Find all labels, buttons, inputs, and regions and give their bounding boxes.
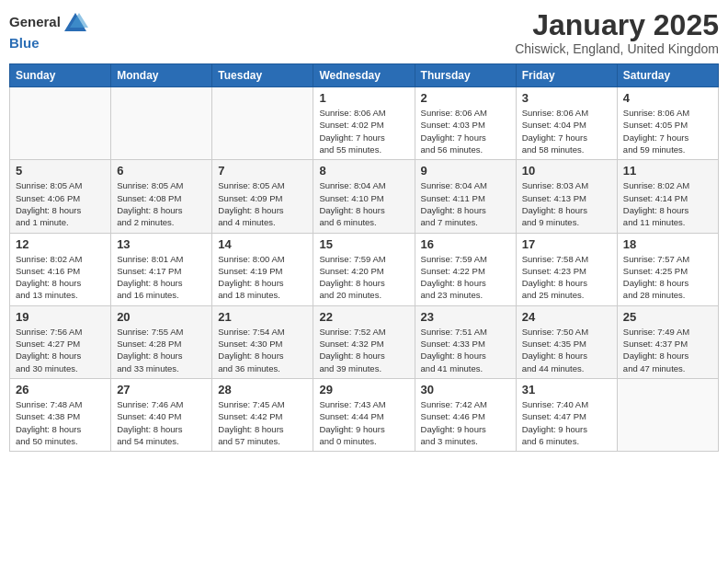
day-number: 16 [421,237,510,251]
day-info: Sunrise: 7:58 AM Sunset: 4:23 PM Dayligh… [522,253,611,302]
calendar-cell: 2Sunrise: 8:06 AM Sunset: 4:03 PM Daylig… [415,87,516,160]
calendar-cell: 14Sunrise: 8:00 AM Sunset: 4:19 PM Dayli… [212,233,313,305]
day-number: 13 [117,237,206,251]
calendar-cell: 9Sunrise: 8:04 AM Sunset: 4:11 PM Daylig… [415,160,516,233]
calendar-cell: 6Sunrise: 8:05 AM Sunset: 4:08 PM Daylig… [111,160,212,233]
calendar-week-row: 5Sunrise: 8:05 AM Sunset: 4:06 PM Daylig… [10,160,719,233]
calendar-cell: 27Sunrise: 7:46 AM Sunset: 4:40 PM Dayli… [111,378,212,451]
day-info: Sunrise: 8:06 AM Sunset: 4:03 PM Dayligh… [421,107,510,155]
day-info: Sunrise: 7:40 AM Sunset: 4:47 PM Dayligh… [522,398,611,447]
day-info: Sunrise: 7:54 AM Sunset: 4:30 PM Dayligh… [218,326,307,374]
day-info: Sunrise: 7:48 AM Sunset: 4:38 PM Dayligh… [16,398,105,447]
calendar-cell: 13Sunrise: 8:01 AM Sunset: 4:17 PM Dayli… [111,233,212,305]
day-info: Sunrise: 7:52 AM Sunset: 4:32 PM Dayligh… [319,326,408,374]
day-info: Sunrise: 7:42 AM Sunset: 4:46 PM Dayligh… [421,398,510,447]
day-info: Sunrise: 8:05 AM Sunset: 4:08 PM Dayligh… [117,179,206,228]
calendar-cell: 30Sunrise: 7:42 AM Sunset: 4:46 PM Dayli… [415,378,516,451]
day-number: 3 [522,91,611,105]
calendar-cell [212,87,313,160]
calendar-week-row: 19Sunrise: 7:56 AM Sunset: 4:27 PM Dayli… [10,305,719,378]
day-info: Sunrise: 8:02 AM Sunset: 4:16 PM Dayligh… [16,253,105,302]
day-info: Sunrise: 8:03 AM Sunset: 4:13 PM Dayligh… [522,179,611,228]
day-number: 12 [16,237,105,251]
day-number: 28 [218,383,307,396]
column-header-saturday: Saturday [617,64,718,87]
day-info: Sunrise: 8:04 AM Sunset: 4:11 PM Dayligh… [421,179,510,228]
title-area: January 2025 Chiswick, England, United K… [515,9,719,56]
day-number: 22 [319,310,408,324]
day-info: Sunrise: 7:59 AM Sunset: 4:20 PM Dayligh… [319,253,408,302]
day-number: 18 [623,237,712,251]
column-header-sunday: Sunday [10,64,111,87]
logo: General Blue [9,9,88,52]
column-header-wednesday: Wednesday [313,64,415,87]
column-header-friday: Friday [516,64,617,87]
logo-general-text: General [9,15,61,30]
calendar-cell: 10Sunrise: 8:03 AM Sunset: 4:13 PM Dayli… [516,160,617,233]
logo-icon [63,9,88,35]
day-info: Sunrise: 7:57 AM Sunset: 4:25 PM Dayligh… [623,253,712,302]
location-subtitle: Chiswick, England, United Kingdom [515,41,719,56]
day-number: 25 [623,310,712,324]
calendar-week-row: 26Sunrise: 7:48 AM Sunset: 4:38 PM Dayli… [10,378,719,451]
day-number: 27 [117,383,206,396]
calendar-cell: 16Sunrise: 7:59 AM Sunset: 4:22 PM Dayli… [415,233,516,305]
calendar-cell: 18Sunrise: 7:57 AM Sunset: 4:25 PM Dayli… [617,233,718,305]
day-number: 31 [522,383,611,396]
header: General Blue January 2025 Chiswick, Engl… [9,9,719,56]
calendar-cell: 20Sunrise: 7:55 AM Sunset: 4:28 PM Dayli… [111,305,212,378]
calendar-cell: 17Sunrise: 7:58 AM Sunset: 4:23 PM Dayli… [516,233,617,305]
calendar-week-row: 1Sunrise: 8:06 AM Sunset: 4:02 PM Daylig… [10,87,719,160]
calendar-cell: 26Sunrise: 7:48 AM Sunset: 4:38 PM Dayli… [10,378,111,451]
calendar-cell: 22Sunrise: 7:52 AM Sunset: 4:32 PM Dayli… [313,305,415,378]
calendar-cell: 12Sunrise: 8:02 AM Sunset: 4:16 PM Dayli… [10,233,111,305]
day-number: 17 [522,237,611,251]
calendar-cell: 19Sunrise: 7:56 AM Sunset: 4:27 PM Dayli… [10,305,111,378]
day-info: Sunrise: 7:51 AM Sunset: 4:33 PM Dayligh… [421,326,510,374]
day-number: 8 [319,164,408,178]
day-number: 26 [16,383,105,396]
calendar-cell: 11Sunrise: 8:02 AM Sunset: 4:14 PM Dayli… [617,160,718,233]
calendar-cell: 15Sunrise: 7:59 AM Sunset: 4:20 PM Dayli… [313,233,415,305]
day-info: Sunrise: 7:55 AM Sunset: 4:28 PM Dayligh… [117,326,206,374]
day-number: 14 [218,237,307,251]
day-number: 24 [522,310,611,324]
day-number: 23 [421,310,510,324]
day-info: Sunrise: 8:04 AM Sunset: 4:10 PM Dayligh… [319,179,408,228]
calendar-week-row: 12Sunrise: 8:02 AM Sunset: 4:16 PM Dayli… [10,233,719,305]
column-header-tuesday: Tuesday [212,64,313,87]
column-header-monday: Monday [111,64,212,87]
day-number: 4 [623,91,712,105]
calendar-cell: 24Sunrise: 7:50 AM Sunset: 4:35 PM Dayli… [516,305,617,378]
day-info: Sunrise: 8:05 AM Sunset: 4:06 PM Dayligh… [16,179,105,228]
day-info: Sunrise: 8:06 AM Sunset: 4:05 PM Dayligh… [623,107,712,155]
day-info: Sunrise: 7:43 AM Sunset: 4:44 PM Dayligh… [319,398,408,447]
calendar-table: SundayMondayTuesdayWednesdayThursdayFrid… [9,63,719,452]
day-number: 5 [16,164,105,178]
day-info: Sunrise: 7:45 AM Sunset: 4:42 PM Dayligh… [218,398,307,447]
month-title: January 2025 [515,9,719,41]
calendar-cell: 21Sunrise: 7:54 AM Sunset: 4:30 PM Dayli… [212,305,313,378]
calendar-header-row: SundayMondayTuesdayWednesdayThursdayFrid… [10,64,719,87]
calendar-cell: 1Sunrise: 8:06 AM Sunset: 4:02 PM Daylig… [313,87,415,160]
day-info: Sunrise: 8:06 AM Sunset: 4:02 PM Dayligh… [319,107,408,155]
calendar-cell: 31Sunrise: 7:40 AM Sunset: 4:47 PM Dayli… [516,378,617,451]
day-info: Sunrise: 7:49 AM Sunset: 4:37 PM Dayligh… [623,326,712,374]
day-number: 19 [16,310,105,324]
day-info: Sunrise: 7:56 AM Sunset: 4:27 PM Dayligh… [16,326,105,374]
day-number: 9 [421,164,510,178]
day-info: Sunrise: 7:50 AM Sunset: 4:35 PM Dayligh… [522,326,611,374]
day-number: 29 [319,383,408,396]
day-info: Sunrise: 7:46 AM Sunset: 4:40 PM Dayligh… [117,398,206,447]
calendar-cell: 4Sunrise: 8:06 AM Sunset: 4:05 PM Daylig… [617,87,718,160]
calendar-cell: 5Sunrise: 8:05 AM Sunset: 4:06 PM Daylig… [10,160,111,233]
calendar-cell [10,87,111,160]
day-number: 21 [218,310,307,324]
day-info: Sunrise: 8:00 AM Sunset: 4:19 PM Dayligh… [218,253,307,302]
column-header-thursday: Thursday [415,64,516,87]
day-number: 7 [218,164,307,178]
day-number: 1 [319,91,408,105]
day-number: 30 [421,383,510,396]
day-number: 6 [117,164,206,178]
calendar-cell [111,87,212,160]
